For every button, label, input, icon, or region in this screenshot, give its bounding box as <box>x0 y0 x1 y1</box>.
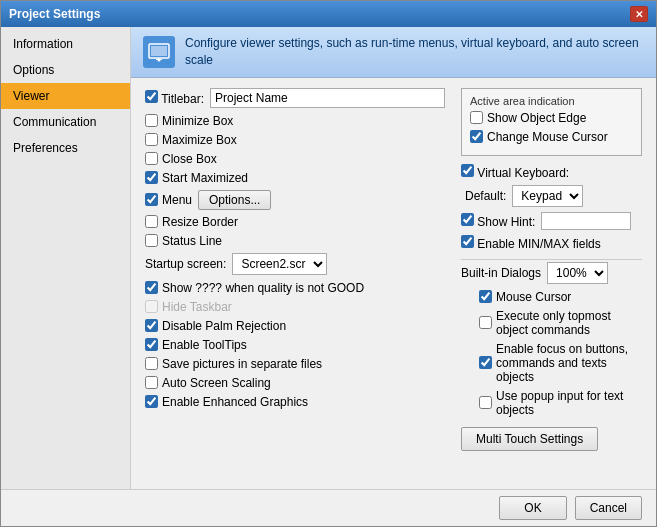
disable-palm-checkbox[interactable] <box>145 319 158 332</box>
mouse-cursor-label[interactable]: Mouse Cursor <box>479 290 571 304</box>
active-area-title: Active area indication <box>470 95 633 107</box>
left-column: Titlebar: Minimize Box Maximize <box>145 88 445 479</box>
ok-button[interactable]: OK <box>499 496 566 520</box>
resize-border-checkbox[interactable] <box>145 215 158 228</box>
save-pictures-label[interactable]: Save pictures in separate files <box>145 357 322 371</box>
built-in-dialogs-label: Built-in Dialogs <box>461 266 541 280</box>
sidebar-item-preferences[interactable]: Preferences <box>1 135 130 161</box>
svg-rect-3 <box>156 59 162 60</box>
virtual-keyboard-label[interactable]: Virtual Keyboard: <box>461 164 569 180</box>
startup-screen-row: Startup screen: Screen2.scr <box>145 253 445 275</box>
header-text: Configure viewer settings, such as run-t… <box>185 35 644 69</box>
vk-default-select[interactable]: Keypad <box>512 185 583 207</box>
startup-screen-select[interactable]: Screen2.scr <box>232 253 327 275</box>
titlebar-label[interactable]: Titlebar: <box>145 90 204 106</box>
execute-only-checkbox[interactable] <box>479 316 492 329</box>
show-object-edge-row: Show Object Edge <box>470 111 633 125</box>
vk-default-row: Default: Keypad <box>461 185 642 207</box>
dialog-footer: OK Cancel <box>1 489 656 526</box>
options-button[interactable]: Options... <box>198 190 271 210</box>
titlebar-row: Titlebar: <box>145 88 445 108</box>
mouse-cursor-row: Mouse Cursor <box>461 290 642 304</box>
header-banner: Configure viewer settings, such as run-t… <box>131 27 656 78</box>
viewer-icon <box>143 36 175 68</box>
mouse-cursor-checkbox[interactable] <box>479 290 492 303</box>
change-mouse-cursor-checkbox[interactable] <box>470 130 483 143</box>
main-content: Titlebar: Minimize Box Maximize <box>131 78 656 489</box>
show-object-edge-checkbox[interactable] <box>470 111 483 124</box>
status-line-checkbox[interactable] <box>145 234 158 247</box>
minimize-box-label[interactable]: Minimize Box <box>145 114 233 128</box>
sidebar-item-information[interactable]: Information <box>1 31 130 57</box>
hide-taskbar-checkbox[interactable] <box>145 300 158 313</box>
resize-border-row: Resize Border <box>145 215 445 229</box>
enable-enhanced-label[interactable]: Enable Enhanced Graphics <box>145 395 308 409</box>
virtual-keyboard-checkbox[interactable] <box>461 164 474 177</box>
use-popup-checkbox[interactable] <box>479 396 492 409</box>
titlebar-checkbox[interactable] <box>145 90 158 103</box>
startup-screen-label: Startup screen: <box>145 257 226 271</box>
built-in-dialogs-select[interactable]: 100% 75% 125% 150% <box>547 262 608 284</box>
enable-minmax-row: Enable MIN/MAX fields <box>461 235 642 251</box>
enable-minmax-checkbox[interactable] <box>461 235 474 248</box>
enable-focus-label[interactable]: Enable focus on buttons, commands and te… <box>479 342 642 384</box>
enable-focus-checkbox[interactable] <box>479 356 492 369</box>
resize-border-label[interactable]: Resize Border <box>145 215 238 229</box>
menu-checkbox[interactable] <box>145 193 158 206</box>
enable-tooltips-checkbox[interactable] <box>145 338 158 351</box>
active-area-box: Active area indication Show Object Edge … <box>461 88 642 156</box>
close-window-button[interactable]: ✕ <box>630 6 648 22</box>
enable-enhanced-row: Enable Enhanced Graphics <box>145 395 445 409</box>
dialog-title: Project Settings <box>9 7 100 21</box>
maximize-box-label[interactable]: Maximize Box <box>145 133 237 147</box>
title-bar-buttons: ✕ <box>630 6 648 22</box>
auto-screen-scaling-label[interactable]: Auto Screen Scaling <box>145 376 271 390</box>
use-popup-row: Use popup input for text objects <box>461 389 642 417</box>
sidebar: Information Options Viewer Communication… <box>1 27 131 489</box>
close-box-label[interactable]: Close Box <box>145 152 217 166</box>
enable-focus-row: Enable focus on buttons, commands and te… <box>461 342 642 384</box>
enable-minmax-label[interactable]: Enable MIN/MAX fields <box>461 235 601 251</box>
sidebar-item-options[interactable]: Options <box>1 57 130 83</box>
save-pictures-row: Save pictures in separate files <box>145 357 445 371</box>
start-maximized-label[interactable]: Start Maximized <box>145 171 248 185</box>
change-mouse-cursor-row: Change Mouse Cursor <box>470 130 633 144</box>
status-line-row: Status Line <box>145 234 445 248</box>
sidebar-item-viewer[interactable]: Viewer <box>1 83 130 109</box>
titlebar-input[interactable] <box>210 88 445 108</box>
show-object-edge-label[interactable]: Show Object Edge <box>470 111 586 125</box>
execute-only-label[interactable]: Execute only topmost object commands <box>479 309 642 337</box>
change-mouse-cursor-label[interactable]: Change Mouse Cursor <box>470 130 608 144</box>
show-quality-label[interactable]: Show ???? when quality is not GOOD <box>145 281 364 295</box>
disable-palm-label[interactable]: Disable Palm Rejection <box>145 319 286 333</box>
show-hint-input[interactable] <box>541 212 631 230</box>
close-box-row: Close Box <box>145 152 445 166</box>
use-popup-label[interactable]: Use popup input for text objects <box>479 389 642 417</box>
show-hint-row: Show Hint: <box>461 212 642 230</box>
enable-enhanced-checkbox[interactable] <box>145 395 158 408</box>
title-bar: Project Settings ✕ <box>1 1 656 27</box>
start-maximized-row: Start Maximized <box>145 171 445 185</box>
hide-taskbar-label[interactable]: Hide Taskbar <box>145 300 232 314</box>
multi-touch-button[interactable]: Multi Touch Settings <box>461 427 598 451</box>
cancel-button[interactable]: Cancel <box>575 496 642 520</box>
show-hint-label[interactable]: Show Hint: <box>461 213 535 229</box>
sidebar-item-communication[interactable]: Communication <box>1 109 130 135</box>
hide-taskbar-row: Hide Taskbar <box>145 300 445 314</box>
maximize-box-row: Maximize Box <box>145 133 445 147</box>
start-maximized-checkbox[interactable] <box>145 171 158 184</box>
minimize-box-checkbox[interactable] <box>145 114 158 127</box>
show-quality-row: Show ???? when quality is not GOOD <box>145 281 445 295</box>
menu-label[interactable]: Menu <box>145 193 192 207</box>
enable-tooltips-label[interactable]: Enable ToolTips <box>145 338 247 352</box>
maximize-box-checkbox[interactable] <box>145 133 158 146</box>
virtual-keyboard-row: Virtual Keyboard: <box>461 164 642 180</box>
menu-row: Menu Options... <box>145 190 445 210</box>
auto-screen-scaling-checkbox[interactable] <box>145 376 158 389</box>
status-line-label[interactable]: Status Line <box>145 234 222 248</box>
save-pictures-checkbox[interactable] <box>145 357 158 370</box>
disable-palm-row: Disable Palm Rejection <box>145 319 445 333</box>
close-box-checkbox[interactable] <box>145 152 158 165</box>
show-hint-checkbox[interactable] <box>461 213 474 226</box>
show-quality-checkbox[interactable] <box>145 281 158 294</box>
